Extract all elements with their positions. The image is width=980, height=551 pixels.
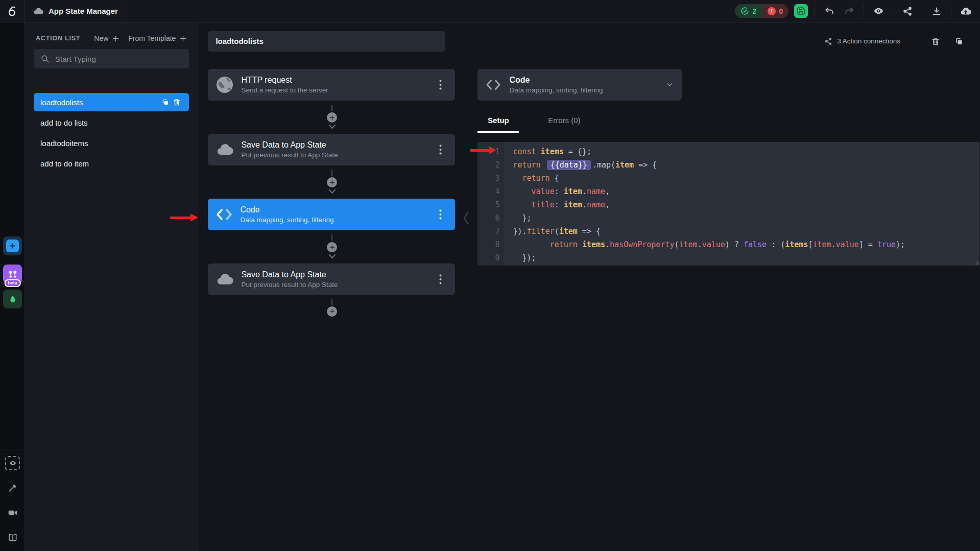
- action-list: loadtodolists add to do lists: [25, 93, 198, 173]
- trash-icon[interactable]: [171, 97, 182, 108]
- code-line[interactable]: 9 });: [477, 251, 979, 265]
- add-action-button[interactable]: [327, 306, 337, 317]
- search-input[interactable]: [55, 55, 182, 63]
- app-title-section[interactable]: App State Manager: [25, 0, 128, 22]
- action-card-http-request[interactable]: HTTP request Send a request to the serve…: [208, 69, 455, 101]
- cloud-icon: [33, 6, 43, 16]
- connector-line: [331, 299, 332, 305]
- data-variable-chip[interactable]: {{data}}: [547, 160, 591, 170]
- topbar-actions: 2 ! 0: [735, 0, 980, 22]
- subheader-actions: 3 Action connections: [466, 35, 980, 48]
- connector-line: [331, 105, 332, 111]
- duplicate-action-copy-icon[interactable]: [952, 35, 966, 48]
- action-list-item-loadtodoitems[interactable]: loadtodoitems: [34, 134, 189, 152]
- preview-eye-button[interactable]: [871, 4, 886, 19]
- sidebar-divider: [25, 82, 198, 82]
- publish-upload-button[interactable]: [958, 4, 973, 19]
- share-button[interactable]: [900, 4, 915, 19]
- errors-badge[interactable]: ! 0: [762, 4, 788, 18]
- check-circle-icon: [740, 7, 749, 15]
- code-line[interactable]: 8 return items.hasOwnProperty(item.value…: [477, 238, 979, 251]
- code-line[interactable]: 5 title: item.name,: [477, 198, 979, 211]
- arrow-down-icon: [328, 189, 336, 195]
- arrow-down-icon: [328, 254, 336, 259]
- code-line[interactable]: 7}).filter(item => {: [477, 225, 979, 238]
- delete-action-trash-icon[interactable]: [929, 35, 942, 48]
- tab-setup[interactable]: Setup: [477, 116, 519, 133]
- add-component-button[interactable]: [3, 236, 22, 255]
- kebab-menu-icon[interactable]: [435, 143, 446, 156]
- add-action-button[interactable]: [327, 177, 337, 187]
- kebab-menu-icon[interactable]: [435, 208, 446, 221]
- droplet-icon: [8, 295, 17, 304]
- card-text: Code Data mapping, sorting, filtering: [240, 205, 427, 224]
- action-list-item-add-to-do-lists[interactable]: add to do lists: [34, 113, 189, 132]
- code-text: return {: [506, 172, 559, 185]
- exclamation-circle-icon: !: [768, 7, 776, 15]
- code-line[interactable]: 4 value: item.name,: [477, 185, 979, 198]
- arrow-down-icon: [328, 124, 336, 130]
- flow-connector: [327, 165, 337, 199]
- content: 3 Action connections: [198, 22, 980, 551]
- ghost-preview-button[interactable]: [5, 456, 20, 470]
- action-card-save-data-2[interactable]: Save Data to App State Put previous resu…: [208, 263, 455, 295]
- checks-badge[interactable]: 2: [735, 4, 762, 18]
- search-icon: [40, 54, 50, 63]
- from-template-button[interactable]: From Template: [128, 34, 187, 42]
- toolbar-divider: [893, 5, 893, 18]
- code-icon: [216, 208, 232, 221]
- redo-button[interactable]: [842, 4, 857, 19]
- magic-wand-button[interactable]: [5, 481, 20, 495]
- plus-icon: [6, 239, 19, 252]
- download-button[interactable]: [929, 4, 944, 19]
- detail-subtitle: Data mapping, sorting, filtering: [509, 86, 657, 94]
- plus-icon: [179, 35, 187, 42]
- toolbar-divider: [922, 5, 922, 18]
- body: beta: [0, 22, 980, 551]
- action-list-item-loadtodolists[interactable]: loadtodolists: [34, 93, 189, 111]
- code-line[interactable]: 1const items = {};: [477, 145, 979, 158]
- floppy-icon: [797, 7, 805, 15]
- resize-handle[interactable]: [975, 261, 978, 265]
- code-line[interactable]: 3 return {: [477, 172, 979, 185]
- status-pill[interactable]: 2 ! 0: [735, 4, 788, 18]
- video-camera-button[interactable]: [5, 506, 20, 520]
- action-connections-button[interactable]: 3 Action connections: [824, 37, 900, 45]
- theme-drop-button[interactable]: [3, 290, 22, 308]
- duplicate-icon[interactable]: [160, 97, 171, 108]
- add-action-button[interactable]: [327, 112, 337, 123]
- code-line[interactable]: 2return {{data}}.map(item => {: [477, 158, 979, 172]
- workflow-nodes-icon: [8, 269, 18, 279]
- tab-errors[interactable]: Errors (0): [543, 116, 585, 133]
- save-button[interactable]: [794, 4, 808, 18]
- action-card-code[interactable]: Code Data mapping, sorting, filtering: [208, 199, 455, 230]
- workflow-beta-button[interactable]: beta: [3, 265, 22, 283]
- docs-book-button[interactable]: [5, 531, 20, 545]
- action-name-input[interactable]: [208, 31, 445, 52]
- flow-connector: [327, 295, 337, 320]
- action-card-save-data-1[interactable]: Save Data to App State Put previous resu…: [208, 134, 455, 165]
- left-rail: beta: [0, 22, 25, 551]
- search-box[interactable]: [34, 49, 189, 68]
- code-icon: [486, 79, 501, 91]
- detail-title: Code: [509, 76, 657, 85]
- code-text: };: [506, 211, 531, 225]
- logo-button[interactable]: [0, 0, 25, 22]
- new-action-button[interactable]: New: [94, 34, 119, 42]
- line-number: 1: [477, 145, 506, 158]
- code-text: return items.hasOwnProperty(item.value) …: [506, 238, 905, 251]
- add-action-button[interactable]: [327, 242, 337, 252]
- toolbar-divider: [951, 5, 951, 18]
- action-list-item-add-to-do-item[interactable]: add to do item: [34, 154, 189, 173]
- code-editor[interactable]: 1const items = {};2return {{data}}.map(i…: [477, 142, 979, 266]
- kebab-menu-icon[interactable]: [435, 273, 446, 286]
- topbar-spacer: [128, 0, 735, 22]
- cloud-icon: [216, 271, 233, 288]
- beta-badge: beta: [4, 279, 21, 287]
- kebab-menu-icon[interactable]: [435, 78, 446, 91]
- action-type-dropdown[interactable]: Code Data mapping, sorting, filtering: [477, 69, 682, 101]
- undo-button[interactable]: [822, 4, 837, 19]
- code-line[interactable]: 6 };: [477, 211, 979, 225]
- code-text: }).filter(item => {: [506, 225, 601, 238]
- connector-line: [331, 170, 332, 176]
